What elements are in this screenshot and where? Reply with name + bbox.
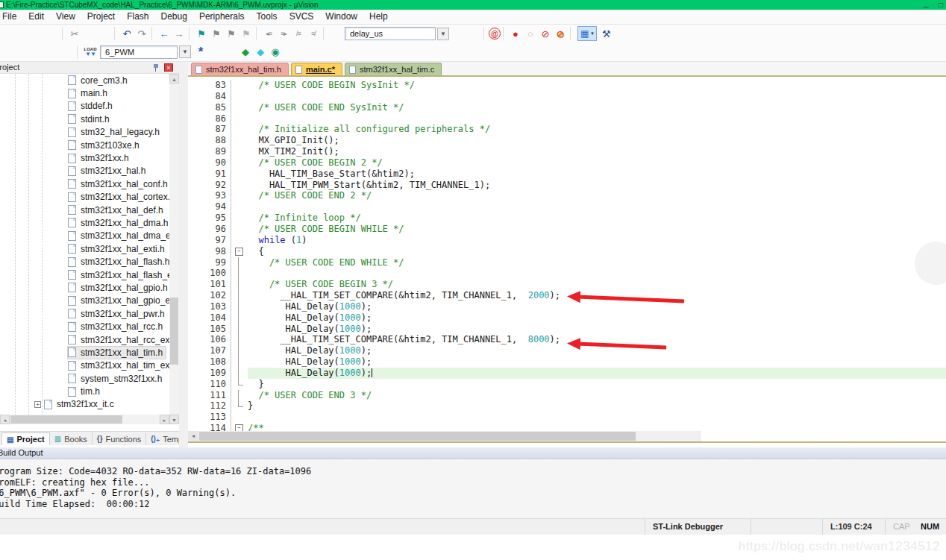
tree-item[interactable]: stm32_hal_legacy.h — [0, 126, 169, 139]
fold-marker[interactable] — [231, 135, 248, 146]
tree-item[interactable]: + stm32f1xx_it.c — [0, 398, 169, 411]
menu-item[interactable]: File — [0, 10, 22, 24]
menu-item[interactable]: Flash — [121, 10, 154, 24]
code-text[interactable]: /* Initialize all configured peripherals… — [248, 124, 946, 135]
stop-build-icon[interactable] — [60, 45, 75, 59]
code-line[interactable]: 92 HAL_TIM_PWM_Start(&htim2, TIM_CHANNEL… — [188, 180, 946, 191]
tree-item[interactable]: stm32f1xx_hal_gpio.h — [0, 281, 169, 294]
code-line[interactable]: 103 HAL_Delay(1000); — [188, 301, 946, 312]
panel-tab[interactable]: ▤ Project — [1, 432, 50, 445]
code-line[interactable]: 108 HAL_Delay(1000); — [188, 356, 946, 368]
fold-marker[interactable] — [231, 423, 248, 431]
code-text[interactable] — [248, 91, 946, 102]
code-text[interactable]: HAL_Delay(1000); — [248, 301, 946, 312]
code-editor[interactable]: 83 /* USER CODE BEGIN SysInit */ 84 85 — [188, 77, 946, 431]
configure-wrench-icon[interactable]: ⚒ — [599, 27, 614, 40]
translate-icon[interactable] — [0, 45, 15, 59]
code-line[interactable]: 114 /** — [188, 423, 946, 431]
tree-item[interactable]: tim.h — [0, 385, 169, 397]
code-line[interactable]: 93 /* USER CODE END 2 */ — [188, 190, 946, 201]
fold-marker[interactable] — [231, 290, 248, 301]
fold-marker[interactable] — [231, 390, 248, 401]
prev-function-icon[interactable]: ◆ — [253, 45, 268, 59]
menu-item[interactable]: Window — [319, 10, 363, 24]
code-text[interactable] — [248, 412, 946, 423]
fold-marker[interactable] — [231, 157, 248, 169]
menu-item[interactable]: Tools — [251, 10, 284, 24]
tree-item[interactable]: stm32f1xx_hal_gpio_ex.h — [0, 295, 169, 307]
menu-item[interactable]: SVCS — [284, 10, 320, 24]
code-line[interactable]: 85 /* USER CODE END SysInit */ — [188, 102, 946, 113]
code-text[interactable]: } — [248, 400, 946, 412]
code-line[interactable]: 87 /* Initialize all configured peripher… — [188, 124, 946, 135]
code-text[interactable]: /* USER CODE BEGIN WHILE */ — [248, 224, 946, 235]
code-text[interactable]: { — [248, 246, 946, 257]
load-flash-icon[interactable]: LOAD ▼▼ — [82, 45, 98, 59]
open-folder-icon[interactable] — [15, 27, 30, 40]
code-text[interactable]: /* USER CODE END 2 */ — [248, 190, 946, 201]
maximize-button[interactable]: □ — [936, 0, 946, 10]
tree-item[interactable]: stddef.h — [0, 100, 169, 113]
menu-item[interactable]: Edit — [22, 10, 50, 24]
fold-marker[interactable] — [231, 201, 248, 213]
fold-marker[interactable] — [231, 180, 248, 191]
fold-marker[interactable] — [231, 412, 248, 423]
tree-item[interactable]: stm32f103xe.h — [0, 139, 169, 151]
batch-build-icon[interactable] — [45, 45, 60, 59]
code-text[interactable]: while (1) — [248, 235, 946, 246]
fold-marker[interactable] — [231, 257, 248, 268]
code-text[interactable]: /* USER CODE END WHILE */ — [248, 257, 946, 268]
fold-marker[interactable] — [231, 91, 248, 102]
code-text[interactable]: __HAL_TIM_SET_COMPARE(&htim2, TIM_CHANNE… — [248, 334, 946, 345]
undo-icon[interactable]: ↶ — [119, 27, 134, 40]
code-text[interactable] — [248, 268, 946, 279]
tree-item[interactable]: stm32f1xx_hal_pwr.h — [0, 307, 169, 320]
navigate-forward-icon[interactable]: → — [172, 27, 187, 40]
manage-items-icon[interactable] — [208, 45, 223, 59]
fold-marker[interactable] — [231, 345, 248, 356]
tree-item[interactable]: stm32f1xx_hal_flash_ex.h — [0, 268, 169, 281]
insert-breakpoint-icon[interactable]: ● — [508, 27, 523, 40]
code-text[interactable]: /* USER CODE BEGIN SysInit */ — [248, 80, 946, 91]
menu-item[interactable]: Help — [363, 10, 394, 24]
code-text[interactable]: /* Infinite loop */ — [248, 213, 946, 224]
code-line[interactable]: 112 } — [188, 400, 946, 412]
tree-item[interactable]: stdint.h — [0, 113, 169, 125]
code-text[interactable]: HAL_TIM_Base_Start(&htim2); — [248, 169, 946, 180]
tree-item[interactable]: stm32f1xx_hal_dma_ex.h — [0, 230, 169, 242]
scroll-up-icon[interactable]: ▲ — [169, 74, 179, 84]
code-text[interactable]: __HAL_TIM_SET_COMPARE(&htim2, TIM_CHANNE… — [248, 290, 946, 301]
menu-item[interactable]: Project — [81, 10, 121, 24]
bookmark-next-icon[interactable]: ⚑ — [224, 27, 239, 40]
window-layout-button[interactable]: ▦ ▾ — [577, 26, 597, 41]
paste-icon[interactable] — [97, 27, 112, 40]
code-line[interactable]: 89 MX_TIM2_Init(); — [188, 146, 946, 157]
scrollbar-thumb[interactable] — [170, 298, 178, 365]
tree-item[interactable]: core_cm3.h — [0, 74, 169, 86]
code-line[interactable]: 106 __HAL_TIM_SET_COMPARE(&htim2, TIM_CH… — [188, 334, 946, 345]
code-line[interactable]: 88 MX_GPIO_Init(); — [188, 135, 946, 146]
tree-item[interactable]: stm32f1xx.h — [0, 151, 169, 164]
build-icon[interactable] — [15, 45, 30, 59]
fold-marker[interactable] — [231, 356, 248, 368]
indent-icon[interactable]: ≡▸ — [276, 27, 291, 40]
incremental-find-icon[interactable] — [466, 27, 481, 40]
tree-item[interactable]: stm32f1xx_hal_tim_ex.h — [0, 359, 169, 372]
code-text[interactable]: /* USER CODE END 3 */ — [248, 390, 946, 401]
new-file-icon[interactable] — [0, 27, 15, 40]
redo-icon[interactable]: ↷ — [134, 27, 149, 40]
code-text[interactable]: HAL_TIM_PWM_Start(&htim2, TIM_CHANNEL_1)… — [248, 180, 946, 191]
tree-item[interactable]: stm32f1xx_hal.h — [0, 165, 169, 177]
editor-tab[interactable]: stm32f1xx_hal_tim.h — [191, 63, 289, 75]
enable-breakpoint-icon[interactable]: ○ — [523, 27, 538, 40]
scroll-down-icon[interactable]: ▼ — [169, 415, 179, 424]
menu-item[interactable]: Peripherals — [193, 10, 251, 24]
cascade-windows-icon[interactable] — [223, 45, 238, 59]
fold-marker[interactable] — [231, 146, 248, 157]
code-text[interactable]: HAL_Delay(1000); — [248, 345, 946, 356]
bookmark-toggle-icon[interactable]: ⚑ — [194, 27, 209, 40]
panel-tab[interactable]: ▥ Books — [50, 432, 93, 445]
find-next-icon[interactable] — [451, 27, 466, 40]
tree-item[interactable]: stm32f1xx_hal_cortex.h — [0, 191, 169, 204]
code-line[interactable]: 98 { — [188, 246, 946, 257]
